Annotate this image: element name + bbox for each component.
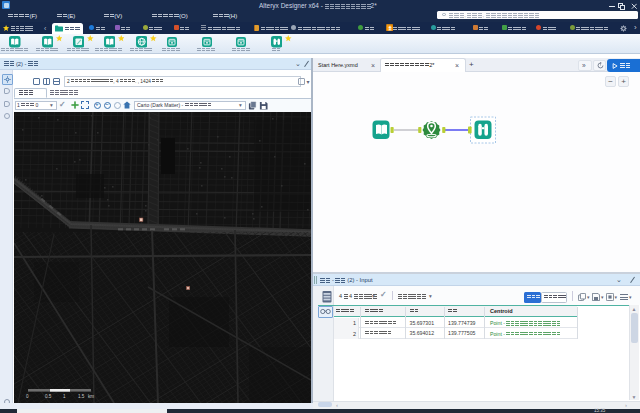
svg-text:1.5: 1.5 (78, 393, 85, 398)
svg-text:1: 1 (63, 393, 66, 398)
svg-text:km: km (88, 393, 94, 398)
svg-text:0.5: 0.5 (45, 393, 52, 398)
svg-text:0: 0 (26, 393, 29, 398)
